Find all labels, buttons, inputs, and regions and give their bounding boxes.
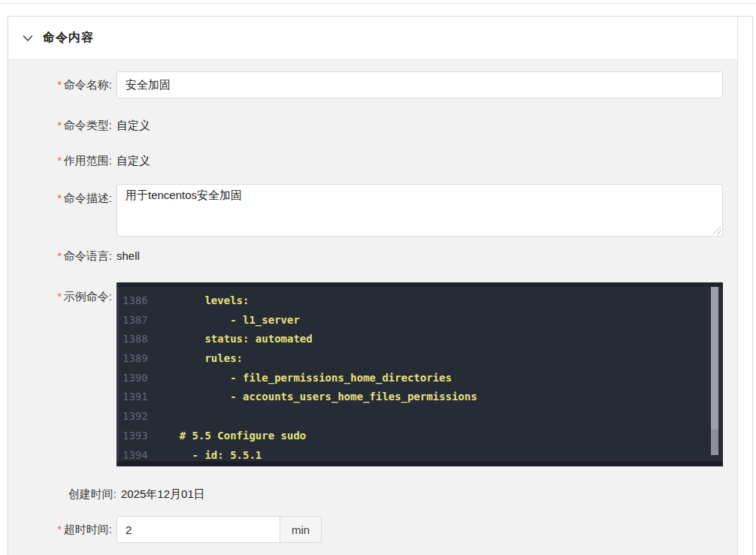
field-label: *命令语言: bbox=[8, 248, 112, 264]
panel-column: 命令内容 *命令名称: *命令类型: 自定义 *作用范围: 自定义 *命令描述:… bbox=[8, 17, 738, 555]
code-text: rules: bbox=[145, 349, 243, 369]
field-command-language: *命令语言: shell bbox=[8, 248, 737, 264]
code-line: 1388 status: automated bbox=[116, 330, 723, 349]
line-number: 1392 bbox=[116, 407, 145, 427]
field-label: *命令类型: bbox=[8, 117, 112, 134]
command-name-input[interactable] bbox=[116, 71, 723, 98]
field-label-text: 创建时间: bbox=[68, 487, 116, 500]
timeout-unit-addon: min bbox=[280, 516, 322, 543]
field-label-text: 示例命令: bbox=[64, 290, 112, 303]
code-line: 1392 bbox=[116, 407, 723, 427]
command-form: *命令名称: *命令类型: 自定义 *作用范围: 自定义 *命令描述: 用于te… bbox=[8, 60, 737, 555]
code-text: - file_permissions_home_directories bbox=[145, 369, 452, 388]
code-lines: 1386 levels: 1387 - l1_server 1388 statu… bbox=[116, 282, 723, 465]
command-description-textarea[interactable]: 用于tencentos安全加固 bbox=[116, 184, 723, 237]
field-label-text: 命令名称: bbox=[64, 78, 112, 91]
section-header-command-content[interactable]: 命令内容 bbox=[8, 17, 737, 60]
code-text: - accounts_users_home_files_permissions bbox=[145, 388, 477, 407]
code-editor[interactable]: 1386 levels: 1387 - l1_server 1388 statu… bbox=[116, 282, 723, 466]
field-label-text: 作用范围: bbox=[64, 154, 112, 167]
section-title: 命令内容 bbox=[43, 30, 94, 46]
field-command-type: *命令类型: 自定义 bbox=[8, 117, 737, 133]
code-text: # 5.5 Configure sudo bbox=[145, 427, 306, 446]
code-text bbox=[145, 407, 154, 427]
code-text: - id: 5.5.1 bbox=[145, 446, 262, 466]
field-label-text: 超时时间: bbox=[64, 523, 112, 535]
field-label: *命令描述: bbox=[8, 184, 112, 237]
required-asterisk: * bbox=[57, 291, 61, 303]
code-line: 1387 - l1_server bbox=[116, 311, 723, 330]
field-example-command: *示例命令: 1386 levels: 1387 - l1_server 138… bbox=[8, 282, 737, 466]
code-text: - l1_server bbox=[145, 311, 300, 330]
code-line: 1391 - accounts_users_home_files_permiss… bbox=[116, 388, 723, 407]
code-text: status: automated bbox=[145, 330, 313, 349]
code-text: levels: bbox=[145, 291, 249, 311]
timeout-input-group: min bbox=[116, 516, 322, 543]
created-time-value: 2025年12月01日 bbox=[121, 486, 205, 502]
field-label: 创建时间: bbox=[8, 486, 116, 502]
field-command-name: *命令名称: bbox=[8, 71, 737, 98]
command-content-panel: 命令内容 *命令名称: *命令类型: 自定义 *作用范围: 自定义 *命令描述:… bbox=[8, 16, 753, 555]
field-command-description: *命令描述: 用于tencentos安全加固 bbox=[8, 184, 737, 237]
line-number: 1386 bbox=[116, 291, 145, 311]
field-label-text: 命令语言: bbox=[64, 249, 112, 262]
chevron-down-icon bbox=[23, 35, 33, 42]
field-label: *示例命令: bbox=[8, 282, 112, 466]
description-textarea-wrap: 用于tencentos安全加固 bbox=[116, 184, 723, 237]
code-line: 1390 - file_permissions_home_directories bbox=[116, 369, 723, 388]
line-number: 1387 bbox=[116, 311, 145, 330]
page: { "header": { "title": "命令内容", "chevron_… bbox=[0, 0, 756, 555]
scope-value: 自定义 bbox=[116, 152, 150, 168]
code-line: 1393 # 5.5 Configure sudo bbox=[116, 427, 723, 446]
line-number: 1390 bbox=[116, 369, 145, 388]
line-number: 1389 bbox=[116, 349, 145, 369]
field-label: *作用范围: bbox=[8, 152, 112, 169]
required-asterisk: * bbox=[57, 523, 61, 535]
field-label-text: 命令类型: bbox=[64, 119, 112, 131]
required-asterisk: * bbox=[57, 119, 61, 131]
command-type-value: 自定义 bbox=[116, 117, 150, 133]
field-scope: *作用范围: 自定义 bbox=[8, 152, 737, 168]
top-divider bbox=[0, 3, 756, 4]
required-asterisk: * bbox=[57, 155, 61, 167]
field-created-time: 创建时间: 2025年12月01日 bbox=[8, 486, 737, 502]
editor-scrollbar-thumb[interactable] bbox=[711, 287, 718, 455]
code-line: 1389 rules: bbox=[116, 349, 723, 369]
required-asterisk: * bbox=[57, 192, 61, 204]
required-asterisk: * bbox=[57, 79, 61, 91]
timeout-input[interactable] bbox=[116, 516, 280, 543]
field-label: *命令名称: bbox=[8, 77, 112, 93]
line-number: 1394 bbox=[116, 446, 145, 466]
code-line: 1394 - id: 5.5.1 bbox=[116, 446, 723, 466]
command-language-value: shell bbox=[116, 248, 140, 264]
line-number: 1388 bbox=[116, 330, 145, 349]
field-label: *超时时间: bbox=[8, 521, 112, 538]
line-number: 1391 bbox=[116, 388, 145, 407]
line-number: 1393 bbox=[116, 427, 145, 446]
field-timeout: *超时时间: min bbox=[8, 516, 737, 543]
field-label-text: 命令描述: bbox=[64, 192, 112, 204]
code-line: 1386 levels: bbox=[116, 291, 723, 311]
required-asterisk: * bbox=[57, 250, 61, 262]
